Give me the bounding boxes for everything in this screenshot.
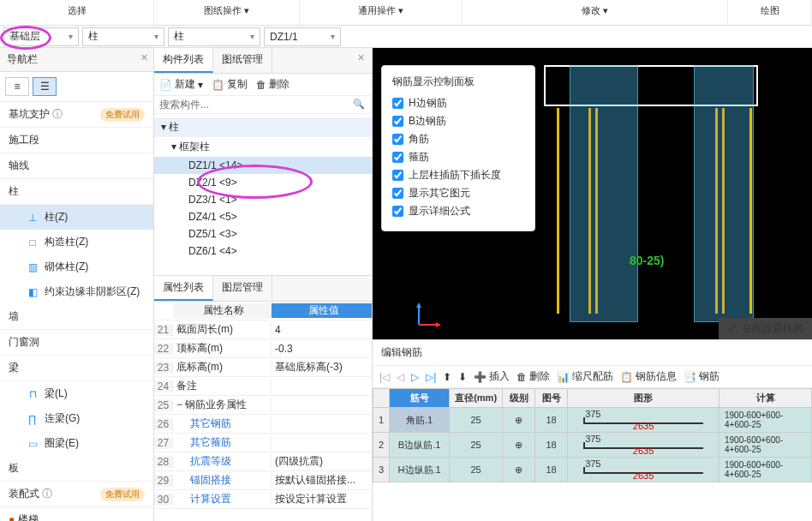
panel-title: 钢筋显示控制面板 — [392, 75, 524, 89]
tree-node[interactable]: DZ3/1 <1> — [154, 191, 372, 208]
tab-props[interactable]: 属性列表 — [154, 276, 213, 301]
nav-group[interactable]: ● 楼梯 — [0, 507, 153, 521]
ribbon-select[interactable]: 选择 — [0, 0, 154, 25]
tree-node[interactable]: DZ2/1 <9> — [154, 174, 372, 191]
panel-option[interactable]: 上层柱插筋下插长度 — [392, 168, 524, 183]
svg-marker-1 — [416, 302, 421, 308]
prop-row[interactable]: 22顶标高(m)-0.3 — [154, 339, 372, 358]
panel-option[interactable]: 显示其它图元 — [392, 186, 524, 201]
close-icon[interactable]: ✕ — [350, 48, 372, 73]
ribbon: 选择 图纸操作 ▾ 通用操作 ▾ 修改 ▾ 绘图 — [0, 0, 812, 26]
delete-button[interactable]: 🗑 删除 — [516, 369, 550, 384]
nav-sub[interactable]: ▭圈梁(E) — [0, 431, 153, 456]
edit-rebar: 编辑钢筋 |◁ ◁ ▷ ▷| ⬆ ⬇ ➕ 插入 🗑 删除 📊 缩尺配筋 📋 钢筋… — [373, 339, 812, 521]
3d-view[interactable]: 钢筋显示控制面板 H边钢筋B边钢筋角筋箍筋上层柱插筋下插长度显示其它图元显示详细… — [373, 48, 812, 339]
tree-node[interactable]: DZ4/1 <5> — [154, 208, 372, 225]
copy-button[interactable]: 📋 复制 — [212, 77, 248, 92]
prop-row[interactable]: 27其它箍筋 — [154, 434, 372, 452]
nav-group[interactable]: 门窗洞 — [0, 330, 153, 356]
view-icon-1[interactable]: ≡ — [5, 77, 29, 96]
close-icon[interactable]: ✕ — [140, 52, 148, 63]
delete-button[interactable]: 🗑 删除 — [256, 77, 290, 92]
nav-group[interactable]: 柱 — [0, 179, 153, 205]
tab-components[interactable]: 构件列表 — [154, 48, 213, 73]
prop-row[interactable]: 21截面周长(m)4 — [154, 320, 372, 339]
dd-member[interactable]: DZ1/1 — [264, 27, 341, 46]
nav-sub[interactable]: ◧约束边缘非阴影区(Z) — [0, 279, 153, 304]
nav-group[interactable]: 基坑支护ⓘ免费试用 — [0, 102, 153, 128]
component-tree: ▾ 柱▾ 框架柱DZ1/1 <14>DZ2/1 <9>DZ3/1 <1>DZ4/… — [154, 114, 372, 275]
tab-drawings[interactable]: 图纸管理 — [213, 48, 272, 73]
panel-option[interactable]: 显示详细公式 — [392, 204, 524, 219]
nav-sub[interactable]: ⊥柱(Z) — [0, 205, 153, 230]
nav-group[interactable]: 施工段 — [0, 128, 153, 153]
prop-row[interactable]: 28抗震等级(四级抗震) — [154, 452, 372, 471]
member-icon: ⊓ — [26, 387, 39, 401]
nav-sub[interactable]: ∏连梁(G) — [0, 406, 153, 431]
ribbon-general[interactable]: 通用操作 ▾ — [300, 0, 463, 25]
ribbon-draw[interactable]: 绘图 — [728, 0, 812, 25]
prop-row[interactable]: 25− 钢筋业务属性 — [154, 396, 372, 415]
prop-row[interactable]: 30计算设置按设定计算设置 — [154, 490, 372, 509]
nav-sub[interactable]: □构造柱(Z) — [0, 230, 153, 255]
import-icon[interactable]: ⬆ — [443, 371, 451, 383]
tree-node[interactable]: DZ6/1 <4> — [154, 243, 372, 260]
dd-cat1[interactable]: 柱 — [82, 27, 164, 46]
search-input[interactable] — [154, 96, 372, 114]
model: 80-25) — [544, 65, 767, 322]
rebar-button[interactable]: 📑 钢筋 — [684, 369, 719, 384]
table-row[interactable]: 1角筋.125⊕1837526351900-600+600-4+600-25 — [373, 408, 812, 433]
ribbon-drawing[interactable]: 图纸操作 ▾ — [154, 0, 300, 25]
dd-cat2[interactable]: 柱 — [168, 27, 260, 46]
dd-floor[interactable]: 基础层 — [3, 27, 79, 46]
axis-gizmo[interactable] — [410, 299, 445, 336]
nav-prev-icon[interactable]: ◁ — [397, 371, 404, 383]
rebar-table: 筋号 直径(mm) 级别 图号 图形 计算 1角筋.125⊕1837526351… — [373, 388, 812, 482]
member-icon: □ — [26, 236, 39, 249]
table-row[interactable]: 2B边纵筋.125⊕1837526351900-600+600-4+600-25 — [373, 433, 812, 458]
nav-play-icon[interactable]: ▷ — [411, 371, 419, 383]
nav-group[interactable]: 梁 — [0, 356, 153, 381]
ribbon-modify[interactable]: 修改 ▾ — [463, 0, 728, 25]
panel-option[interactable]: 箍筋 — [392, 150, 524, 165]
tab-layers[interactable]: 图层管理 — [213, 276, 272, 301]
prop-row[interactable]: 26其它钢筋 — [154, 415, 372, 434]
property-grid: 属性名称属性值 21截面周长(m)422顶标高(m)-0.323底标高(m)基础… — [154, 302, 372, 521]
scale-button[interactable]: 📊 缩尺配筋 — [557, 369, 613, 384]
nav-sub[interactable]: ⊓梁(L) — [0, 381, 153, 406]
new-button[interactable]: 📄 新建 ▾ — [159, 77, 203, 92]
nav-group[interactable]: 墙 — [0, 304, 153, 330]
tree-node[interactable]: DZ5/1 <3> — [154, 225, 372, 243]
right-pane: 钢筋显示控制面板 H边钢筋B边钢筋角筋箍筋上层柱插筋下插长度显示其它图元显示详细… — [373, 48, 812, 521]
nav-group[interactable]: 板 — [0, 456, 153, 482]
nav-group[interactable]: 装配式ⓘ免费试用 — [0, 482, 153, 507]
prop-row[interactable]: 29锚固搭接按默认锚固搭接... — [154, 471, 372, 490]
insert-button[interactable]: ➕ 插入 — [474, 369, 510, 384]
table-row[interactable]: 3H边纵筋.125⊕1837526351900-600+600-4+600-25 — [373, 458, 812, 482]
view-tip: ⤢在此设置柱的 — [719, 318, 812, 339]
nav-sub[interactable]: ▥砌体柱(Z) — [0, 255, 153, 279]
edit-title: 编辑钢筋 — [373, 340, 812, 366]
export-icon[interactable]: ⬇ — [458, 371, 467, 383]
view-icon-2[interactable]: ☰ — [33, 77, 57, 96]
nav-last-icon[interactable]: ▷| — [426, 371, 436, 383]
dropdown-row: 基础层 柱 柱 DZ1/1 — [0, 26, 812, 48]
tree-node[interactable]: ▾ 框架柱 — [154, 137, 372, 157]
member-icon: ∏ — [26, 412, 39, 426]
mid-pane: 构件列表 图纸管理 ✕ 📄 新建 ▾ 📋 复制 🗑 删除 ▾ 柱▾ 框架柱DZ1… — [154, 48, 373, 521]
member-icon: ◧ — [26, 285, 39, 299]
nav-pane: 导航栏✕ ≡ ☰ 基坑支护ⓘ免费试用施工段轴线柱⊥柱(Z)□构造柱(Z)▥砌体柱… — [0, 48, 154, 521]
info-button[interactable]: 📋 钢筋信息 — [620, 369, 677, 384]
nav-title: 导航栏✕ — [0, 48, 153, 72]
panel-option[interactable]: H边钢筋 — [392, 96, 524, 111]
prop-row[interactable]: 23底标高(m)基础底标高(-3) — [154, 358, 372, 377]
tree-node[interactable]: ▾ 柱 — [154, 117, 372, 137]
nav-first-icon[interactable]: |◁ — [379, 371, 390, 383]
panel-option[interactable]: 角筋 — [392, 132, 524, 147]
panel-option[interactable]: B边钢筋 — [392, 114, 524, 129]
tree-node[interactable]: DZ1/1 <14> — [154, 157, 372, 174]
nav-group[interactable]: 轴线 — [0, 153, 153, 179]
rebar-panel: 钢筋显示控制面板 H边钢筋B边钢筋角筋箍筋上层柱插筋下插长度显示其它图元显示详细… — [381, 65, 535, 231]
member-icon: ▥ — [26, 260, 39, 274]
prop-row[interactable]: 24备注 — [154, 377, 372, 396]
